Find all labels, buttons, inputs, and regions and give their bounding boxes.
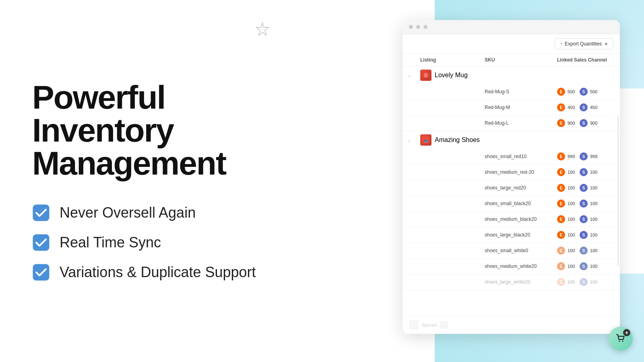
shopify-qty-red-mug-l: 900 [590,121,600,125]
shopify-badge-red-mug-l: S [580,119,588,127]
sku-red-mug-m: Red-Mug-M [485,105,557,110]
product-group-shoes: ⌄ 👟 Amazing Shoes [402,131,620,290]
etsy-qty-shoes-3: 100 [568,201,577,206]
etsy-qty-shoes-8: 100 [568,280,577,284]
svg-text:👟: 👟 [424,138,429,143]
window-dot-2 [416,25,420,29]
star-icon [254,21,271,40]
variant-row-shoes-medium-white20: shoes_medium_white20 E 100 S 100 [402,259,620,274]
channels-red-mug-l: E 900 S 900 [557,119,615,127]
product-group-mug: ⌄ D Lovely Mug R [402,66,620,131]
product-thumb-mug: D [420,70,431,81]
channels-red-mug-s: E 500 S 500 [557,88,615,96]
feature-item-sync: Real Time Sync [32,234,298,251]
window-dot-3 [423,25,427,29]
shopify-badge-shoes-1: S [580,168,588,176]
cart-fab-plus-icon: + [623,329,630,336]
etsy-badge-shoes-1: E [557,168,565,176]
sku-shoes-large-red20: shoes_large_red20 [485,185,557,191]
shopify-qty-shoes-7: 100 [590,264,600,269]
shopify-badge-shoes-3: S [580,200,588,208]
sku-shoes-large-black20: shoes_large_black20 [485,232,557,238]
shopify-qty-red-mug-m: 450 [590,105,600,110]
sku-shoes-large-white20: shoes_large_white20 [485,279,557,285]
product-name-label-shoes: Amazing Shoes [435,136,480,144]
feature-text-variations: Variations & Duplicate Support [60,264,256,281]
shopify-badge-red-mug-s: S [580,88,588,96]
check-icon-sync [32,234,50,251]
sku-shoes-small-black20: shoes_small_black20 [485,201,557,206]
etsy-badge-shoes-2: E [557,184,565,192]
product-name-shoes: 👟 Amazing Shoes [420,134,485,146]
shopify-qty-shoes-2: 100 [590,185,600,190]
feature-text-sync: Real Time Sync [60,234,161,251]
product-name-label-mug: Lovely Mug [435,72,468,79]
etsy-badge-shoes-0: E [557,152,565,160]
check-icon-oversell [32,204,50,222]
channels-shoes-medium-red20: E 100 S 100 [557,168,615,176]
product-name-mug: D Lovely Mug [420,70,485,81]
shopify-badge-shoes-0: S [580,152,588,160]
shopify-qty-shoes-1: 100 [590,170,600,175]
app-window: ↑ Export Quantities ▼ Listing SKU Linked… [402,20,620,334]
product-row-mug[interactable]: ⌄ D Lovely Mug [402,66,620,84]
etsy-qty-shoes-7: 100 [568,264,577,269]
window-dot-1 [409,25,413,29]
channels-shoes-small-white0: E 100 S 100 [557,247,615,255]
export-dropdown-icon: ▼ [604,42,608,46]
channels-shoes-small-black20: E 100 S 100 [557,200,615,208]
sku-shoes-medium-white20: shoes_medium_white20 [485,263,557,269]
bottom-bar: Synced [402,316,620,334]
channels-shoes-large-black20: E 100 S 100 [557,231,615,239]
channels-shoes-medium-black20: E 100 S 100 [557,215,615,223]
page-title: Powerful Inventory Management [32,81,298,180]
bottom-bar-icon [409,320,419,330]
etsy-qty-shoes-2: 100 [568,185,577,190]
bottom-bar-text: Synced [422,323,437,327]
variant-row-shoes-large-white20: shoes_large_white20 E 100 S 100 [402,274,620,290]
table-col-channels: Linked Sales Channel [557,57,615,63]
product-thumb-shoes: 👟 [420,134,431,146]
etsy-qty-red-mug-s: 500 [568,89,577,94]
etsy-qty-shoes-6: 100 [568,248,577,253]
export-label: Export Quantities [565,41,602,47]
sku-shoes-small-white0: shoes_small_white0 [485,248,557,253]
chevron-shoes[interactable]: ⌄ [407,138,420,142]
etsy-badge-shoes-3: E [557,200,565,208]
check-icon-variations [32,263,50,281]
cart-fab[interactable]: + [609,327,633,351]
export-quantities-button[interactable]: ↑ Export Quantities ▼ [555,38,613,49]
shopify-qty-shoes-5: 100 [590,232,600,237]
svg-text:D: D [424,73,427,78]
sku-red-mug-l: Red-Mug-L [485,120,557,126]
feature-list: Never Oversell Again Real Time Sync Vari… [32,204,298,281]
chevron-mug[interactable]: ⌄ [407,73,420,78]
etsy-badge-shoes-4: E [557,215,565,223]
etsy-qty-red-mug-l: 900 [568,121,577,125]
product-row-shoes[interactable]: ⌄ 👟 Amazing Shoes [402,131,620,149]
shopify-badge-shoes-6: S [580,247,588,255]
channels-shoes-small-red10: E 999 S 999 [557,152,615,160]
sku-shoes-medium-black20: shoes_medium_black20 [485,216,557,222]
variant-row-shoes-small-white0: shoes_small_white0 E 100 S 100 [402,243,620,258]
variant-row-shoes-small-red10: shoes_small_red10 E 999 S 999 [402,149,620,164]
shopify-badge-red-mug-m: S [580,103,588,111]
shopify-qty-shoes-3: 100 [590,201,600,206]
etsy-qty-shoes-5: 100 [568,232,577,237]
variant-row-shoes-medium-black20: shoes_medium_black20 E 100 S 100 [402,212,620,227]
etsy-qty-shoes-0: 999 [568,154,577,159]
variant-row-shoes-small-black20: shoes_small_black20 E 100 S 100 [402,196,620,211]
feature-item-oversell: Never Oversell Again [32,204,298,222]
table-col-sku: SKU [485,57,557,63]
channels-shoes-medium-white20: E 100 S 100 [557,262,615,270]
variant-row-red-mug-s: Red-Mug-S E 500 S 500 [402,84,620,99]
window-titlebar [402,20,620,34]
channels-shoes-large-red20: E 100 S 100 [557,184,615,192]
channels-red-mug-m: E 450 S 450 [557,103,615,111]
etsy-qty-shoes-4: 100 [568,217,577,222]
channels-shoes-large-white20: E 100 S 100 [557,278,615,286]
svg-point-7 [619,341,620,342]
variant-row-shoes-large-red20: shoes_large_red20 E 100 S 100 [402,180,620,195]
inventory-table[interactable]: ⌄ D Lovely Mug R [402,66,620,290]
table-col-expand [407,57,420,63]
